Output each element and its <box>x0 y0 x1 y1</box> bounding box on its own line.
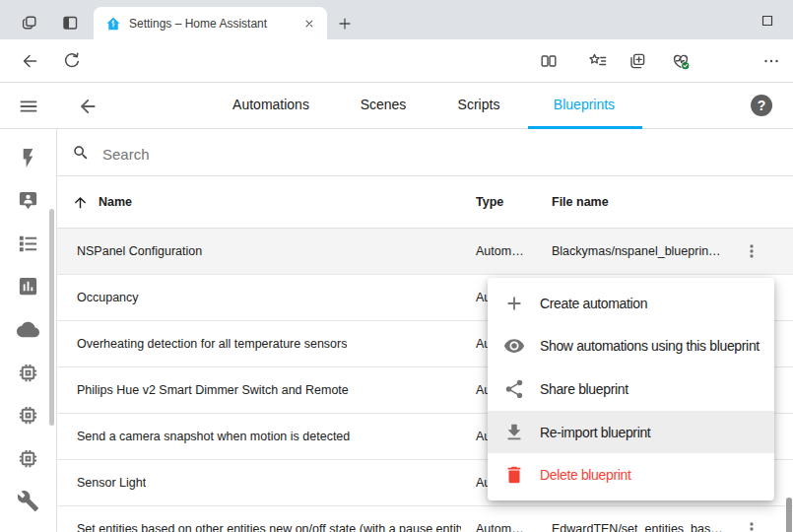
row-name: Sensor Light <box>77 476 146 490</box>
device-chip-icon[interactable] <box>17 447 39 470</box>
split-screen-icon[interactable] <box>539 51 559 71</box>
help-icon[interactable]: ? <box>751 95 772 116</box>
row-name: NSPanel Configuration <box>77 244 202 258</box>
device-chip-icon[interactable] <box>17 362 39 384</box>
column-header-name[interactable]: Name <box>99 195 132 209</box>
row-name: Send a camera snapshot when motion is de… <box>77 430 350 443</box>
refresh-icon[interactable] <box>62 51 82 71</box>
tab-scripts[interactable]: Scripts <box>458 84 500 126</box>
search-bar <box>57 129 793 176</box>
tab-close-icon[interactable] <box>301 16 317 32</box>
plus-icon <box>503 293 525 314</box>
back-icon[interactable] <box>20 51 39 71</box>
todo-list-icon[interactable] <box>17 233 39 255</box>
row-type: Autom… <box>476 522 524 532</box>
lightning-icon[interactable] <box>17 147 39 169</box>
menu-item-share-blueprint[interactable]: Share blueprint <box>488 367 774 411</box>
sidebar-scrollbar[interactable] <box>49 209 54 426</box>
collections-add-icon[interactable] <box>628 51 647 71</box>
favorites-bar-icon[interactable] <box>588 51 608 71</box>
voice-assist-icon[interactable] <box>17 189 39 212</box>
menu-icon[interactable] <box>18 96 39 117</box>
trash-icon <box>503 464 525 486</box>
developer-tools-icon[interactable] <box>17 490 39 512</box>
menu-item-create-automation[interactable]: Create automation <box>488 282 774 325</box>
row-file: Blackymas/nspanel_blueprin… <box>552 244 721 258</box>
table-row[interactable]: NSPanel Configuration Autom… Blackymas/n… <box>57 229 793 275</box>
browser-essentials-icon[interactable] <box>671 51 691 71</box>
arrow-back-icon[interactable] <box>77 96 99 117</box>
browser-tab-strip: Settings – Home Assistant <box>0 0 793 39</box>
browser-window: Settings – Home Assistant Not sec <box>0 0 793 532</box>
row-overflow-menu-icon[interactable] <box>742 241 761 261</box>
blueprint-context-menu: Create automation Show automations using… <box>488 278 774 500</box>
app-header: Automations Scenes Scripts Blueprints ? <box>0 84 793 129</box>
page-scrollbar[interactable] <box>786 498 792 532</box>
maximize-icon[interactable] <box>759 12 776 30</box>
browser-toolbar: Not secure homeassistant.local:8123/… <box>0 39 793 83</box>
tab-title: Settings – Home Assistant <box>129 17 301 31</box>
home-assistant-app: Automations Scenes Scripts Blueprints ? <box>0 84 793 532</box>
row-file: EdwardTEN/set_entities_bas… <box>552 522 723 532</box>
more-options-icon[interactable] <box>761 51 781 71</box>
table-header: Name Type File name <box>57 176 793 229</box>
sort-ascending-icon[interactable] <box>72 194 89 211</box>
tab-actions-icon[interactable] <box>60 13 80 33</box>
table-row[interactable]: Set entities based on other entities new… <box>57 506 793 532</box>
row-name: Philips Hue v2 Smart Dimmer Switch and R… <box>77 383 349 397</box>
row-name: Occupancy <box>77 291 139 304</box>
eye-icon <box>503 335 525 357</box>
row-name: Set entities based on other entities new… <box>77 522 461 532</box>
menu-item-delete-blueprint[interactable]: Delete blueprint <box>488 453 774 497</box>
download-icon <box>503 422 525 443</box>
history-chart-icon[interactable] <box>17 275 39 298</box>
tab-automations[interactable]: Automations <box>232 84 309 126</box>
workspaces-icon[interactable] <box>19 13 38 33</box>
menu-item-show-automations[interactable]: Show automations using this blueprint <box>488 325 774 368</box>
column-header-file[interactable]: File name <box>552 195 609 209</box>
tab-scenes[interactable]: Scenes <box>361 84 407 126</box>
tab-blueprints[interactable]: Blueprints <box>554 84 615 126</box>
row-overflow-menu-icon[interactable] <box>742 519 761 532</box>
cloud-icon[interactable] <box>17 318 39 341</box>
new-tab-icon[interactable] <box>336 15 354 33</box>
column-header-type[interactable]: Type <box>476 195 503 209</box>
browser-tab[interactable]: Settings – Home Assistant <box>94 7 327 39</box>
row-type: Autom… <box>476 244 524 258</box>
device-chip-icon[interactable] <box>17 404 39 427</box>
search-input[interactable] <box>100 141 498 166</box>
menu-item-reimport-blueprint[interactable]: Re-import blueprint <box>488 411 774 454</box>
home-assistant-favicon <box>105 16 121 32</box>
share-icon <box>503 378 525 400</box>
row-name: Overheating detection for all temperatur… <box>77 337 347 351</box>
search-icon <box>72 144 90 162</box>
